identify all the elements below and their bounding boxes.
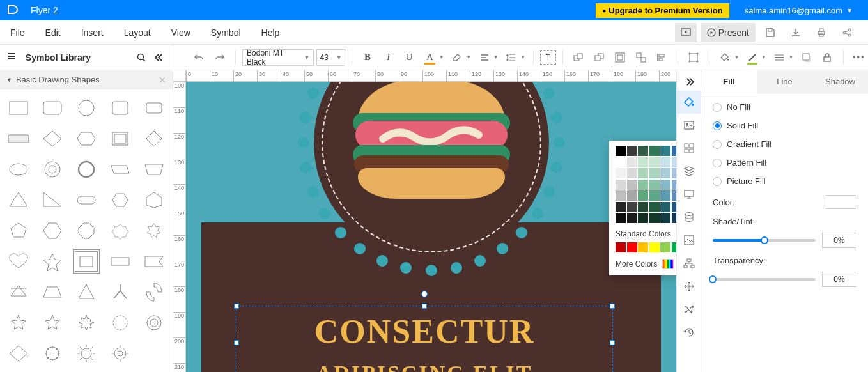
tab-line[interactable]: Line bbox=[757, 70, 812, 93]
fill-tool-button[interactable] bbox=[716, 48, 734, 67]
radio-solid-fill[interactable]: Solid Fill bbox=[713, 121, 856, 130]
color-swatch[interactable] bbox=[672, 157, 677, 167]
side-fill-icon[interactable] bbox=[677, 91, 701, 114]
color-swatch[interactable] bbox=[649, 213, 660, 223]
color-swatch[interactable] bbox=[672, 180, 677, 190]
flyer-subline[interactable]: ADIPISCING ELIT bbox=[236, 361, 612, 372]
color-swatch[interactable] bbox=[616, 202, 626, 212]
line-style-button[interactable] bbox=[770, 48, 789, 67]
shape-item[interactable] bbox=[70, 124, 103, 153]
font-size-select[interactable]: 43▼ bbox=[316, 49, 345, 66]
color-swatch[interactable] bbox=[649, 202, 660, 212]
present-button[interactable]: Present bbox=[701, 23, 756, 42]
highlight-caret[interactable]: ▼ bbox=[466, 54, 471, 60]
line-spacing-button[interactable] bbox=[502, 48, 521, 67]
side-history-icon[interactable] bbox=[677, 321, 701, 344]
menu-layout[interactable]: Layout bbox=[114, 27, 161, 38]
align-objects-button[interactable] bbox=[653, 48, 671, 67]
transparency-value[interactable]: 0% bbox=[822, 272, 856, 287]
color-swatch[interactable] bbox=[616, 157, 626, 167]
color-swatch[interactable] bbox=[638, 213, 648, 223]
flyer-headline[interactable]: CONSECTUR bbox=[236, 313, 612, 350]
more-options-button[interactable]: ••• bbox=[850, 48, 868, 67]
shape-item[interactable] bbox=[137, 216, 170, 245]
font-color-caret[interactable]: ▼ bbox=[439, 54, 444, 60]
more-colors-button[interactable]: More Colors bbox=[616, 259, 676, 269]
color-swatch[interactable] bbox=[638, 202, 648, 212]
color-swatch[interactable] bbox=[627, 180, 637, 190]
color-swatch[interactable] bbox=[649, 146, 660, 156]
color-swatch[interactable] bbox=[627, 190, 637, 201]
shape-item[interactable] bbox=[104, 124, 136, 153]
color-swatch[interactable] bbox=[672, 146, 677, 156]
color-swatch[interactable] bbox=[672, 202, 677, 212]
color-swatch[interactable] bbox=[660, 168, 670, 178]
download-button[interactable] bbox=[785, 23, 807, 42]
spacing-caret[interactable]: ▼ bbox=[520, 54, 525, 60]
tab-fill[interactable]: Fill bbox=[701, 70, 757, 93]
send-back-button[interactable] bbox=[590, 48, 608, 67]
color-swatch[interactable] bbox=[660, 190, 670, 201]
shadow-button[interactable] bbox=[798, 48, 816, 67]
color-swatch[interactable] bbox=[616, 146, 626, 156]
radio-picture-fill[interactable]: Picture Fill bbox=[713, 176, 856, 186]
menu-file[interactable]: File bbox=[6, 27, 35, 38]
color-swatch[interactable] bbox=[616, 168, 626, 178]
shape-item[interactable] bbox=[70, 247, 103, 276]
share-button[interactable] bbox=[836, 23, 858, 42]
shape-item[interactable] bbox=[104, 216, 136, 245]
menu-help[interactable]: Help bbox=[251, 27, 290, 38]
bold-button[interactable]: B bbox=[359, 48, 377, 67]
shade-slider[interactable] bbox=[713, 239, 816, 242]
side-grid-icon[interactable] bbox=[677, 137, 701, 160]
color-swatch[interactable] bbox=[649, 242, 660, 252]
side-image-icon[interactable] bbox=[677, 114, 701, 137]
color-swatch[interactable] bbox=[660, 180, 670, 190]
shape-item[interactable] bbox=[36, 155, 69, 184]
color-swatch[interactable] bbox=[649, 157, 660, 167]
color-swatch[interactable] bbox=[649, 190, 660, 201]
color-swatch[interactable] bbox=[627, 202, 637, 212]
align-button[interactable] bbox=[475, 48, 493, 67]
menu-edit[interactable]: Edit bbox=[35, 27, 71, 38]
shape-item[interactable] bbox=[104, 93, 136, 123]
shape-item[interactable] bbox=[3, 308, 35, 337]
color-swatch[interactable] bbox=[638, 242, 648, 252]
shape-item[interactable] bbox=[3, 277, 35, 307]
undo-button[interactable] bbox=[190, 48, 208, 67]
account-menu[interactable]: salma.amin16@gmail.com ▼ bbox=[745, 6, 863, 15]
color-swatch[interactable] bbox=[672, 213, 677, 223]
shape-item[interactable] bbox=[70, 308, 103, 337]
text-selection[interactable]: CONSECTUR ADIPISCING ELIT bbox=[236, 306, 613, 372]
line-tool-button[interactable] bbox=[743, 48, 762, 67]
color-swatch[interactable] bbox=[638, 168, 648, 178]
canvas[interactable]: CONSECTUR ADIPISCING ELIT bbox=[186, 82, 676, 372]
expand-panel-icon[interactable] bbox=[677, 73, 701, 91]
text-box-button[interactable]: T bbox=[540, 50, 556, 65]
shape-item[interactable] bbox=[36, 216, 69, 245]
resize-handle[interactable] bbox=[234, 304, 239, 309]
shape-item[interactable] bbox=[137, 93, 170, 123]
color-swatch[interactable] bbox=[672, 190, 677, 201]
radio-gradient-fill[interactable]: Gradient Fill bbox=[713, 139, 856, 149]
color-swatch[interactable] bbox=[660, 202, 670, 212]
fill-caret[interactable]: ▼ bbox=[734, 54, 740, 60]
shape-item[interactable] bbox=[104, 247, 136, 276]
color-swatch[interactable] bbox=[638, 180, 648, 190]
color-swatch[interactable] bbox=[638, 190, 648, 201]
shape-item[interactable] bbox=[70, 339, 103, 368]
font-color-button[interactable]: A bbox=[421, 48, 439, 67]
shape-item[interactable] bbox=[104, 277, 136, 307]
shape-item[interactable] bbox=[36, 277, 69, 307]
shape-item[interactable] bbox=[70, 155, 103, 184]
color-swatch[interactable] bbox=[616, 242, 626, 252]
color-swatch[interactable] bbox=[825, 195, 856, 209]
highlight-button[interactable] bbox=[448, 48, 467, 67]
shape-item[interactable] bbox=[3, 93, 35, 123]
color-swatch[interactable] bbox=[660, 242, 670, 252]
shape-item[interactable] bbox=[137, 308, 170, 337]
shape-item[interactable] bbox=[137, 277, 170, 307]
shape-item[interactable] bbox=[137, 124, 170, 153]
shape-item[interactable] bbox=[104, 308, 136, 337]
bring-front-button[interactable] bbox=[570, 48, 588, 67]
